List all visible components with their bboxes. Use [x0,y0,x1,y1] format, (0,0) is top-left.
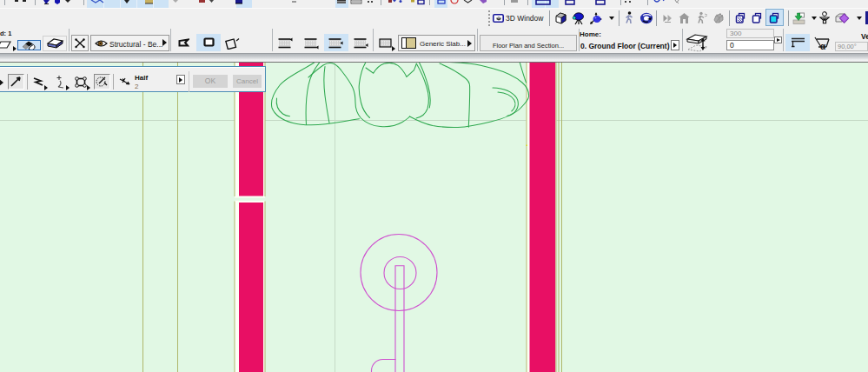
svg-text:α: α [820,42,826,50]
